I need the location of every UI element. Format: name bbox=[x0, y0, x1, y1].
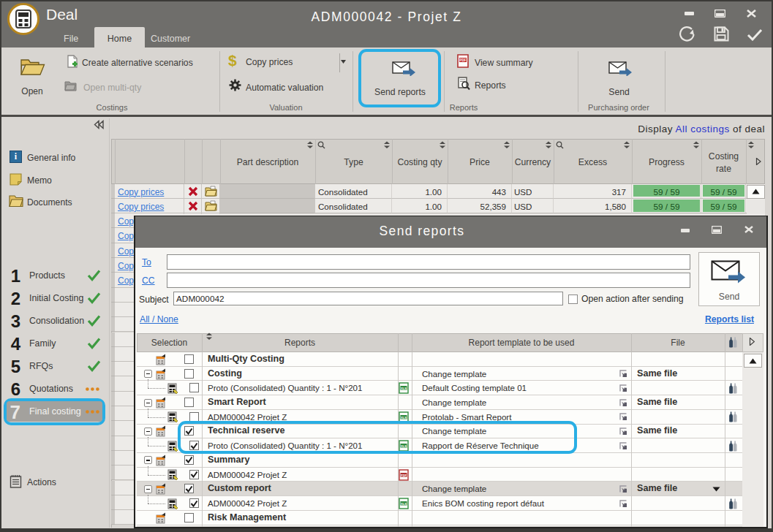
svg-text:XLS: XLS bbox=[401, 387, 407, 390]
svg-text:XLS: XLS bbox=[401, 415, 407, 419]
svg-text:XLS: XLS bbox=[401, 502, 407, 506]
svg-text:PDF: PDF bbox=[401, 473, 407, 476]
svg-text:PDF: PDF bbox=[460, 58, 467, 62]
